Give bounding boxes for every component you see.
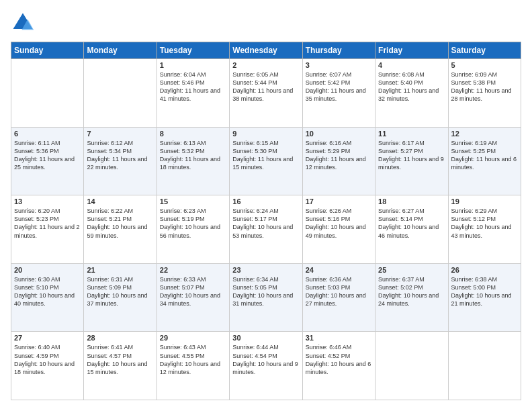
- day-info: Sunrise: 6:34 AM Sunset: 5:05 PM Dayligh…: [232, 275, 299, 308]
- calendar-cell: 5Sunrise: 6:09 AM Sunset: 5:38 PM Daylig…: [448, 59, 521, 128]
- calendar-cell: 8Sunrise: 6:13 AM Sunset: 5:32 PM Daylig…: [157, 127, 229, 195]
- day-info: Sunrise: 6:38 AM Sunset: 5:00 PM Dayligh…: [451, 275, 518, 308]
- day-number: 2: [232, 61, 299, 69]
- day-header-tuesday: Tuesday: [157, 42, 229, 59]
- day-info: Sunrise: 6:19 AM Sunset: 5:25 PM Dayligh…: [451, 139, 518, 172]
- day-info: Sunrise: 6:26 AM Sunset: 5:16 PM Dayligh…: [306, 207, 372, 240]
- day-info: Sunrise: 6:12 AM Sunset: 5:34 PM Dayligh…: [87, 139, 153, 172]
- day-info: Sunrise: 6:36 AM Sunset: 5:03 PM Dayligh…: [306, 275, 372, 308]
- day-header-saturday: Saturday: [448, 42, 521, 59]
- day-info: Sunrise: 6:08 AM Sunset: 5:40 PM Dayligh…: [378, 71, 445, 103]
- day-header-sunday: Sunday: [11, 42, 84, 59]
- day-number: 31: [306, 334, 372, 342]
- calendar-cell: 16Sunrise: 6:24 AM Sunset: 5:17 PM Dayli…: [230, 195, 302, 264]
- day-info: Sunrise: 6:30 AM Sunset: 5:10 PM Dayligh…: [14, 275, 81, 308]
- day-number: 19: [451, 197, 518, 205]
- calendar-cell: 27Sunrise: 6:40 AM Sunset: 4:59 PM Dayli…: [11, 332, 84, 400]
- day-number: 22: [160, 266, 226, 274]
- calendar-cell: 7Sunrise: 6:12 AM Sunset: 5:34 PM Daylig…: [84, 127, 157, 195]
- calendar-cell: 13Sunrise: 6:20 AM Sunset: 5:23 PM Dayli…: [11, 195, 84, 264]
- header: [11, 11, 521, 35]
- day-info: Sunrise: 6:29 AM Sunset: 5:12 PM Dayligh…: [451, 207, 518, 240]
- day-number: 16: [232, 197, 299, 205]
- calendar-cell: 2Sunrise: 6:05 AM Sunset: 5:44 PM Daylig…: [230, 59, 302, 128]
- day-info: Sunrise: 6:40 AM Sunset: 4:59 PM Dayligh…: [14, 343, 81, 376]
- day-info: Sunrise: 6:15 AM Sunset: 5:30 PM Dayligh…: [232, 139, 299, 172]
- page: SundayMondayTuesdayWednesdayThursdayFrid…: [0, 0, 532, 411]
- calendar-cell: 24Sunrise: 6:36 AM Sunset: 5:03 PM Dayli…: [302, 263, 375, 332]
- day-header-friday: Friday: [375, 42, 448, 59]
- calendar-cell: 28Sunrise: 6:41 AM Sunset: 4:57 PM Dayli…: [84, 332, 157, 400]
- day-number: 17: [306, 197, 372, 205]
- day-number: 13: [14, 197, 81, 205]
- calendar-cell: [11, 59, 84, 128]
- day-info: Sunrise: 6:33 AM Sunset: 5:07 PM Dayligh…: [160, 275, 226, 308]
- day-number: 28: [87, 334, 153, 342]
- calendar-cell: 9Sunrise: 6:15 AM Sunset: 5:30 PM Daylig…: [230, 127, 302, 195]
- day-info: Sunrise: 6:17 AM Sunset: 5:27 PM Dayligh…: [378, 139, 445, 172]
- calendar-cell: 26Sunrise: 6:38 AM Sunset: 5:00 PM Dayli…: [448, 263, 521, 332]
- day-info: Sunrise: 6:13 AM Sunset: 5:32 PM Dayligh…: [160, 139, 226, 172]
- calendar-cell: 25Sunrise: 6:37 AM Sunset: 5:02 PM Dayli…: [375, 263, 448, 332]
- day-info: Sunrise: 6:23 AM Sunset: 5:19 PM Dayligh…: [160, 207, 226, 240]
- calendar-week-5: 27Sunrise: 6:40 AM Sunset: 4:59 PM Dayli…: [11, 332, 521, 400]
- calendar-cell: 17Sunrise: 6:26 AM Sunset: 5:16 PM Dayli…: [302, 195, 375, 264]
- day-number: 4: [378, 61, 445, 69]
- day-number: 8: [160, 130, 226, 138]
- day-info: Sunrise: 6:05 AM Sunset: 5:44 PM Dayligh…: [232, 71, 299, 103]
- day-header-wednesday: Wednesday: [230, 42, 302, 59]
- calendar-cell: 10Sunrise: 6:16 AM Sunset: 5:29 PM Dayli…: [302, 127, 375, 195]
- day-info: Sunrise: 6:41 AM Sunset: 4:57 PM Dayligh…: [87, 343, 153, 376]
- calendar-cell: 12Sunrise: 6:19 AM Sunset: 5:25 PM Dayli…: [448, 127, 521, 195]
- day-number: 21: [87, 266, 153, 274]
- day-info: Sunrise: 6:04 AM Sunset: 5:46 PM Dayligh…: [160, 71, 226, 103]
- calendar-cell: 14Sunrise: 6:22 AM Sunset: 5:21 PM Dayli…: [84, 195, 157, 264]
- calendar: SundayMondayTuesdayWednesdayThursdayFrid…: [11, 42, 521, 400]
- day-number: 14: [87, 197, 153, 205]
- day-number: 27: [14, 334, 81, 342]
- day-info: Sunrise: 6:22 AM Sunset: 5:21 PM Dayligh…: [87, 207, 153, 240]
- calendar-week-4: 20Sunrise: 6:30 AM Sunset: 5:10 PM Dayli…: [11, 263, 521, 332]
- day-number: 10: [306, 130, 372, 138]
- day-number: 1: [160, 61, 226, 69]
- day-info: Sunrise: 6:24 AM Sunset: 5:17 PM Dayligh…: [232, 207, 299, 240]
- logo: [11, 11, 38, 35]
- day-info: Sunrise: 6:31 AM Sunset: 5:09 PM Dayligh…: [87, 275, 153, 308]
- day-header-monday: Monday: [84, 42, 157, 59]
- day-info: Sunrise: 6:20 AM Sunset: 5:23 PM Dayligh…: [14, 207, 81, 240]
- calendar-cell: 21Sunrise: 6:31 AM Sunset: 5:09 PM Dayli…: [84, 263, 157, 332]
- calendar-cell: 15Sunrise: 6:23 AM Sunset: 5:19 PM Dayli…: [157, 195, 229, 264]
- day-info: Sunrise: 6:37 AM Sunset: 5:02 PM Dayligh…: [378, 275, 445, 308]
- day-number: 15: [160, 197, 226, 205]
- calendar-cell: [448, 332, 521, 400]
- day-number: 7: [87, 130, 153, 138]
- calendar-cell: 11Sunrise: 6:17 AM Sunset: 5:27 PM Dayli…: [375, 127, 448, 195]
- day-number: 24: [306, 266, 372, 274]
- day-number: 3: [306, 61, 372, 69]
- calendar-cell: 29Sunrise: 6:43 AM Sunset: 4:55 PM Dayli…: [157, 332, 229, 400]
- calendar-cell: 31Sunrise: 6:46 AM Sunset: 4:52 PM Dayli…: [302, 332, 375, 400]
- calendar-cell: 1Sunrise: 6:04 AM Sunset: 5:46 PM Daylig…: [157, 59, 229, 128]
- calendar-cell: 18Sunrise: 6:27 AM Sunset: 5:14 PM Dayli…: [375, 195, 448, 264]
- day-info: Sunrise: 6:16 AM Sunset: 5:29 PM Dayligh…: [306, 139, 372, 172]
- day-number: 6: [14, 130, 81, 138]
- day-number: 25: [378, 266, 445, 274]
- day-number: 30: [232, 334, 299, 342]
- calendar-cell: 4Sunrise: 6:08 AM Sunset: 5:40 PM Daylig…: [375, 59, 448, 128]
- day-info: Sunrise: 6:07 AM Sunset: 5:42 PM Dayligh…: [306, 71, 372, 103]
- calendar-cell: 30Sunrise: 6:44 AM Sunset: 4:54 PM Dayli…: [230, 332, 302, 400]
- calendar-cell: 3Sunrise: 6:07 AM Sunset: 5:42 PM Daylig…: [302, 59, 375, 128]
- day-info: Sunrise: 6:09 AM Sunset: 5:38 PM Dayligh…: [451, 71, 518, 103]
- day-info: Sunrise: 6:46 AM Sunset: 4:52 PM Dayligh…: [306, 343, 372, 376]
- calendar-cell: 6Sunrise: 6:11 AM Sunset: 5:36 PM Daylig…: [11, 127, 84, 195]
- calendar-week-3: 13Sunrise: 6:20 AM Sunset: 5:23 PM Dayli…: [11, 195, 521, 264]
- day-number: 5: [451, 61, 518, 69]
- calendar-cell: 19Sunrise: 6:29 AM Sunset: 5:12 PM Dayli…: [448, 195, 521, 264]
- day-number: 26: [451, 266, 518, 274]
- calendar-cell: [84, 59, 157, 128]
- day-number: 11: [378, 130, 445, 138]
- day-number: 12: [451, 130, 518, 138]
- logo-icon: [11, 11, 35, 35]
- calendar-week-1: 1Sunrise: 6:04 AM Sunset: 5:46 PM Daylig…: [11, 59, 521, 128]
- calendar-cell: 22Sunrise: 6:33 AM Sunset: 5:07 PM Dayli…: [157, 263, 229, 332]
